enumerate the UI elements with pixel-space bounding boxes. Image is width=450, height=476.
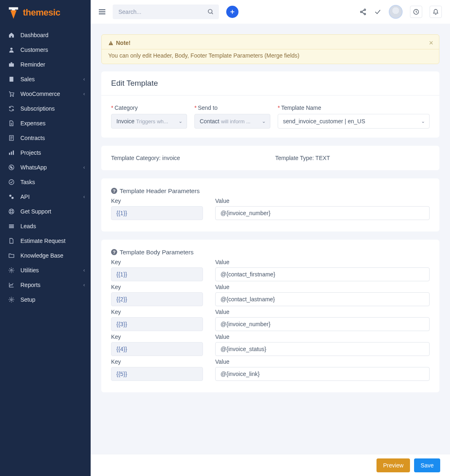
sidebar-item-estimate-request[interactable]: Estimate Request — [0, 234, 91, 248]
share-icon[interactable] — [359, 8, 367, 16]
svg-point-20 — [10, 210, 12, 212]
page-title: Edit Template — [101, 71, 439, 96]
svg-line-22 — [12, 209, 13, 211]
sidebar-item-api[interactable]: API‹ — [0, 189, 91, 204]
gear-icon — [7, 296, 16, 303]
sidebar-item-dashboard[interactable]: Dashboard — [0, 28, 91, 42]
sidebar-item-get-support[interactable]: Get Support — [0, 204, 91, 219]
add-button[interactable] — [226, 6, 238, 18]
search-icon[interactable] — [207, 9, 214, 15]
svg-rect-25 — [9, 225, 14, 225]
history-icon[interactable] — [410, 6, 422, 18]
param-row: KeyValue — [111, 309, 430, 331]
chevron-left-icon: ‹ — [83, 194, 85, 200]
user-icon — [7, 47, 16, 53]
param-value-input[interactable] — [215, 317, 430, 331]
topbar — [91, 0, 450, 24]
sidebar-item-reminder[interactable]: Reminder — [0, 57, 91, 72]
close-icon[interactable]: × — [429, 39, 433, 47]
chevron-down-icon: ⌄ — [178, 118, 183, 124]
svg-point-28 — [11, 269, 12, 271]
svg-point-0 — [10, 48, 12, 50]
sidebar-item-label: Setup — [20, 296, 36, 303]
help-icon[interactable]: ? — [111, 249, 117, 255]
cycle-icon — [7, 105, 16, 112]
template-info-card: Template Category: invoice Template Type… — [101, 146, 439, 170]
sidebar-item-knowledge-base[interactable]: Knowledge Base — [0, 248, 91, 263]
category-select[interactable]: Invoice Triggers wh... ⌄ — [111, 114, 187, 129]
svg-rect-3 — [9, 77, 13, 82]
avatar[interactable] — [389, 5, 403, 19]
svg-rect-42 — [111, 42, 111, 44]
sidebar-item-label: Expenses — [20, 120, 45, 127]
param-row: KeyValue — [111, 358, 430, 381]
logo-icon — [7, 6, 20, 20]
sidebar-item-label: Knowledge Base — [20, 252, 63, 259]
menu-toggle-icon[interactable] — [99, 9, 105, 14]
alert-body: You can only edit Header, Body, Footer T… — [108, 52, 432, 59]
svg-rect-13 — [11, 151, 12, 155]
edit-template-card: Edit Template *Category Invoice Triggers… — [101, 71, 439, 138]
param-row: KeyValue — [111, 259, 430, 281]
svg-point-16 — [9, 180, 14, 185]
svg-rect-43 — [111, 44, 111, 44]
svg-line-24 — [12, 212, 13, 214]
param-value-input[interactable] — [215, 367, 430, 381]
sidebar-item-tasks[interactable]: Tasks — [0, 175, 91, 189]
template-name-label: Template Name — [281, 105, 321, 111]
sidebar-item-label: Estimate Request — [20, 238, 66, 244]
key-label: Key — [111, 198, 203, 204]
bell-icon[interactable] — [430, 6, 442, 18]
param-value-input[interactable] — [215, 342, 430, 356]
sidebar-item-expenses[interactable]: Expenses — [0, 116, 91, 131]
preview-button[interactable]: Preview — [376, 458, 410, 472]
value-label: Value — [215, 259, 430, 265]
search-input[interactable] — [113, 4, 219, 19]
value-label: Value — [215, 284, 430, 290]
param-value-input[interactable] — [215, 292, 430, 306]
sidebar-item-projects[interactable]: Projects — [0, 145, 91, 160]
header-params-title: Template Header Parameters — [120, 187, 200, 194]
sidebar-item-utilities[interactable]: Utilities‹ — [0, 263, 91, 278]
key-label: Key — [111, 358, 203, 365]
chevron-left-icon: ‹ — [83, 165, 85, 170]
check-icon — [7, 179, 16, 185]
chevron-left-icon: ‹ — [83, 267, 85, 273]
sidebar-item-contracts[interactable]: Contracts — [0, 131, 91, 145]
category-label: Category — [114, 105, 138, 111]
header-params-card: ? Template Header Parameters KeyValue — [101, 178, 439, 231]
param-value-input[interactable] — [215, 267, 430, 281]
sidebar-item-label: Contracts — [20, 135, 45, 141]
check-icon[interactable] — [374, 8, 381, 16]
note-alert: Note! You can only edit Header, Body, Fo… — [101, 34, 439, 64]
sidebar-item-customers[interactable]: Customers — [0, 42, 91, 57]
svg-point-4 — [10, 96, 11, 96]
file-icon — [7, 120, 16, 127]
sidebar-item-sales[interactable]: Sales‹ — [0, 72, 91, 87]
sidebar-item-setup[interactable]: Setup — [0, 292, 91, 307]
svg-point-31 — [11, 299, 12, 300]
sidebar-item-label: WhatsApp — [20, 164, 47, 171]
body-params-card: ? Template Body Parameters KeyValueKeyVa… — [101, 240, 439, 392]
sidebar-item-whatsapp[interactable]: WhatsApp‹ — [0, 160, 91, 175]
sidebar-item-woocommerce[interactable]: WooCommerce‹ — [0, 87, 91, 101]
svg-line-33 — [212, 13, 213, 14]
svg-rect-27 — [9, 227, 14, 228]
svg-line-23 — [9, 212, 11, 214]
sidebar-item-leads[interactable]: Leads — [0, 219, 91, 234]
brand-logo[interactable]: themesic — [0, 0, 91, 25]
svg-line-39 — [362, 10, 364, 12]
sendto-select[interactable]: Contact will inform ... ⌄ — [194, 114, 270, 129]
value-label: Value — [215, 309, 430, 315]
whatsapp-icon — [7, 164, 16, 171]
param-value-input[interactable] — [215, 206, 430, 220]
save-button[interactable]: Save — [414, 458, 440, 472]
key-label: Key — [111, 259, 203, 265]
template-name-select[interactable]: send_invoice_customer | en_US ⌄ — [278, 114, 430, 129]
param-key-input — [111, 206, 203, 220]
sidebar-item-label: Dashboard — [20, 32, 49, 38]
sidebar-item-subscriptions[interactable]: Subscriptions — [0, 101, 91, 116]
help-icon[interactable]: ? — [111, 188, 117, 194]
sidebar-item-reports[interactable]: Reports‹ — [0, 278, 91, 292]
chevron-left-icon: ‹ — [83, 91, 85, 97]
